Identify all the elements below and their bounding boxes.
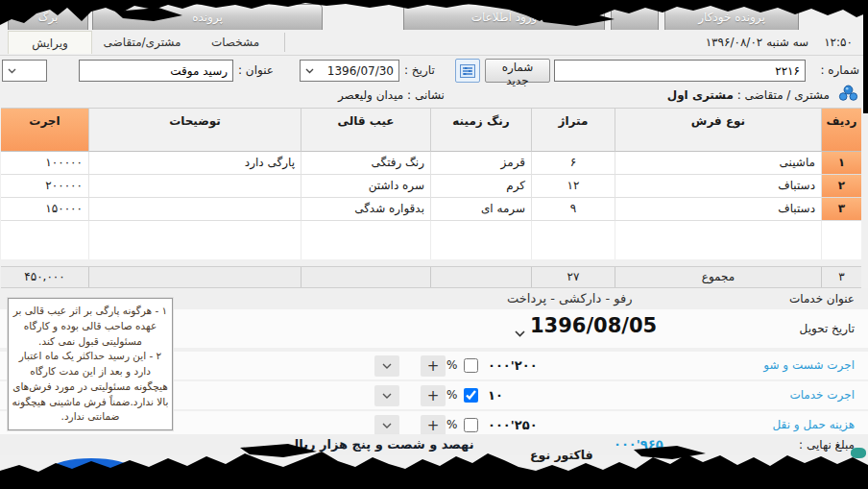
table-filler <box>430 221 531 259</box>
delivery-date-label: تاریخ تحویل <box>800 309 855 348</box>
toolbar-tab-leaf[interactable]: برگ <box>8 4 88 30</box>
toolbar-tab-data-entry[interactable]: ورود اطلاعات <box>403 4 605 30</box>
table-cell[interactable]: ۱۰۰۰۰۰ <box>1 152 88 175</box>
table-cell[interactable] <box>88 198 301 221</box>
toolbar-tab-label: پرونده <box>192 11 223 24</box>
tab-specifications[interactable]: مشخصات <box>192 31 278 54</box>
table-cell[interactable]: قرمز <box>430 152 531 175</box>
table-cell[interactable]: سرمه ای <box>430 198 531 221</box>
column-header-base-color[interactable]: رنگ زمینه <box>430 109 531 152</box>
toolbar-tab-auto-file[interactable]: پرونده خودکار <box>664 4 799 30</box>
washing-fee-label[interactable]: اجرت شست و شو <box>763 352 855 379</box>
sliders-icon <box>460 64 475 78</box>
left-dropdown[interactable] <box>2 60 47 82</box>
table-cell[interactable]: کرم <box>430 175 531 198</box>
table-cell[interactable]: ۱۲ <box>531 175 615 198</box>
address-value: میدان ولیعصر <box>338 88 403 102</box>
washing-fee-value: ۲۰۰'۰۰۰ <box>488 352 538 379</box>
table-cell[interactable]: ۱ <box>821 152 861 175</box>
service-title-value: رفو - دارکشی - پرداخت <box>507 288 632 309</box>
tab-edit[interactable]: ویرایش <box>8 31 92 54</box>
app-window: برگ پرونده ورود اطلاعات پرونده خودکار وی… <box>0 0 868 489</box>
chevron-down-icon <box>382 423 392 428</box>
table-cell[interactable]: دستباف <box>615 198 821 221</box>
torn-partial-text: فاکتور نوع <box>530 448 593 462</box>
table-cell[interactable]: ۲۰۰۰۰۰ <box>1 175 88 198</box>
column-header-carpet-type[interactable]: نوع فرش <box>615 109 821 152</box>
delivery-date-value[interactable]: 1396/08/05 <box>530 314 657 337</box>
washing-fee-add-button[interactable]: + <box>421 355 446 377</box>
chevron-down-icon <box>8 68 16 74</box>
toolbar-tab-label: برگ <box>38 11 59 24</box>
services-fee-value: ۱۰ <box>488 381 503 409</box>
summary-label: مجموع <box>615 267 821 287</box>
new-number-button[interactable]: شماره جدید <box>485 59 550 83</box>
title-input[interactable] <box>79 60 233 82</box>
table-summary-row: ۳ مجموع ۲۷ ۴۵۰,۰۰۰ <box>1 266 861 288</box>
table-filler <box>821 221 861 259</box>
transport-fee-dropdown-button[interactable] <box>374 415 399 436</box>
chevron-down-icon[interactable] <box>515 327 525 340</box>
transport-fee-add-button[interactable]: + <box>421 415 446 436</box>
column-header-fee[interactable]: اجرت <box>1 109 88 152</box>
terms-note-box: ۱ - هرگونه پارگی بر اثر عیب قالی بر عهده… <box>8 298 173 430</box>
table-cell[interactable] <box>88 175 301 198</box>
customer-field: مشتری / متقاضی : مشتری اول <box>667 85 830 106</box>
table-filler <box>301 221 430 259</box>
column-header-description[interactable]: توضیحات <box>88 109 301 152</box>
tab-customer[interactable]: مشتری/متقاضی <box>96 31 188 54</box>
terms-note-line-1: ۱ - هرگونه پارگی بر اثر عیب قالی بر عهده… <box>12 304 169 349</box>
table-cell[interactable]: ۹ <box>531 198 615 221</box>
washing-fee-dropdown-button[interactable] <box>374 355 399 377</box>
table-cell[interactable]: ۶ <box>531 152 615 175</box>
table-cell[interactable]: ۳ <box>821 198 861 221</box>
services-fee-percent-checkbox[interactable] <box>464 388 478 403</box>
date-label: تاریخ : <box>404 60 435 82</box>
summary-empty <box>430 267 531 287</box>
toolbar-button-stub[interactable] <box>611 4 659 30</box>
services-fee-label[interactable]: اجرت خدمات <box>789 381 855 409</box>
table-filler <box>88 221 301 259</box>
washing-fee-percent-checkbox[interactable] <box>464 358 478 373</box>
summary-total-fee: ۴۵۰,۰۰۰ <box>1 267 88 287</box>
table-filler <box>531 221 615 259</box>
table-cell[interactable]: سره داشتن <box>301 175 430 198</box>
table-cell[interactable]: پارگی دارد <box>88 152 301 175</box>
final-amount-row: مبلغ نهایی : ۹۶۵'۰۰۰ نهصد و شصت و پنج هز… <box>0 434 868 455</box>
tab-label: مشخصات <box>211 36 259 49</box>
chevron-down-icon <box>305 68 314 74</box>
datetime-display: ۱۲:۵۰ سه شنبه ۱۳۹۶/۰۸/۰۲ <box>706 30 853 55</box>
toolbar-tab-label: ورود اطلاعات <box>471 11 538 24</box>
table-cell[interactable]: ماشینی <box>615 152 821 175</box>
column-header-meterage[interactable]: متراژ <box>531 109 615 152</box>
transport-fee-percent-checkbox[interactable] <box>464 418 478 432</box>
table-cell[interactable]: دستباف <box>615 175 821 198</box>
services-fee-add-button[interactable]: + <box>421 385 446 406</box>
torn-edge-right <box>863 10 868 113</box>
toolbar-tab-label: پرونده خودکار <box>698 11 765 24</box>
date-dropdown[interactable]: 1396/07/30 <box>300 60 399 82</box>
address-field: نشانی : میدان ولیعصر <box>338 85 445 106</box>
clock-time: ۱۲:۵۰ <box>824 36 853 49</box>
title-label: عنوان : <box>238 60 274 82</box>
chevron-down-icon <box>382 393 392 399</box>
percent-symbol: % <box>446 352 457 379</box>
customer-label: مشتری / متقاضی : <box>737 88 830 102</box>
table-cell[interactable]: رنگ رفتگی <box>301 152 430 175</box>
column-header-row-number[interactable]: ردیف <box>821 109 861 152</box>
tab-label: مشتری/متقاضی <box>104 36 181 49</box>
column-header-defect[interactable]: عیب قالی <box>301 109 430 152</box>
table-cell[interactable]: ۲ <box>821 175 861 198</box>
number-input[interactable] <box>554 60 806 82</box>
summary-empty <box>88 267 301 287</box>
nav-separator <box>284 33 285 52</box>
percent-symbol: % <box>446 381 457 409</box>
toolbar-tab-file[interactable]: پرونده <box>92 4 323 30</box>
table-cell[interactable]: بدقواره شدگی <box>301 198 430 221</box>
final-amount-label: مبلغ نهایی : <box>799 434 855 455</box>
services-fee-dropdown-button[interactable] <box>374 385 399 406</box>
summary-count: ۳ <box>821 267 861 287</box>
table-cell[interactable]: ۱۵۰۰۰۰ <box>1 198 88 221</box>
list-settings-icon-button[interactable] <box>455 59 480 83</box>
customer-value: مشتری اول <box>667 88 734 102</box>
